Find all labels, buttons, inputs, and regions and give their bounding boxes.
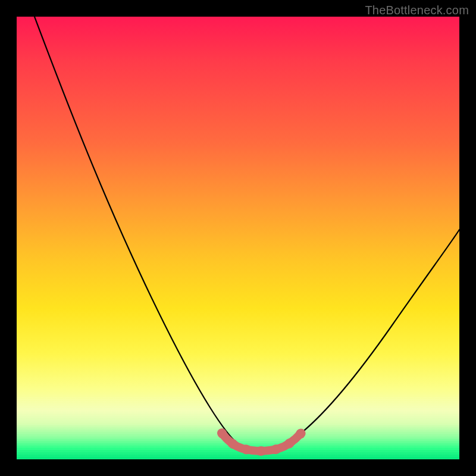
curve-layer [17,17,459,459]
bottleneck-curve [35,17,459,451]
plot-area [17,17,459,459]
watermark-text: TheBottleneck.com [365,4,469,17]
outer-frame: TheBottleneck.com [0,0,476,476]
